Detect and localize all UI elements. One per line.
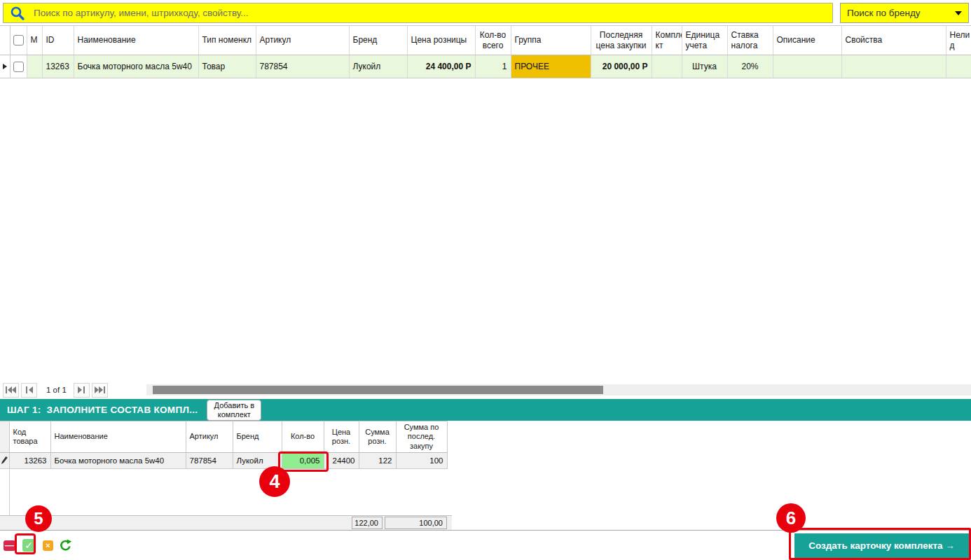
cell-retail-price[interactable]: 24 400,00 Р	[407, 55, 475, 78]
col-header-qty-total[interactable]: Кол-во всего	[475, 26, 511, 55]
minus-icon[interactable]: —	[4, 540, 15, 551]
kit-col-header-retail-sum[interactable]: Сумма розн.	[359, 421, 396, 453]
row-indicator-cell	[0, 55, 10, 78]
cell-article[interactable]: 787854	[256, 55, 349, 78]
pager-bar: 1 of 1	[0, 381, 971, 399]
horizontal-scrollbar-thumb[interactable]	[153, 386, 603, 394]
kit-cell-name[interactable]: Бочка моторного масла 5w40	[50, 453, 186, 469]
pager-next-button[interactable]	[74, 383, 90, 398]
check-icon[interactable]: ✓	[22, 538, 36, 552]
next-page-icon	[78, 386, 85, 393]
col-header-m[interactable]: М	[27, 26, 42, 55]
kit-col-header-last-purchase-sum[interactable]: Сумма по послед. закупу	[396, 421, 447, 453]
pager-first-button[interactable]	[3, 383, 19, 398]
kit-row[interactable]: 13263 Бочка моторного масла 5w40 787854 …	[0, 453, 447, 469]
triangle-right-icon	[3, 64, 7, 69]
row-select-cell	[10, 55, 27, 78]
select-all-checkbox[interactable]	[13, 35, 24, 46]
search-box	[3, 3, 833, 23]
pager-last-button[interactable]	[92, 383, 108, 398]
kit-cell-retail-sum[interactable]: 122	[359, 453, 396, 469]
col-header-properties[interactable]: Свойства	[841, 26, 946, 55]
cell-kit[interactable]	[652, 55, 682, 78]
kit-col-header-code[interactable]: Код товара	[9, 421, 50, 453]
kit-table-empty-area	[9, 469, 447, 515]
col-header-kit[interactable]: Компле кт	[652, 26, 682, 55]
pager-label: 1 of 1	[46, 386, 67, 394]
kit-col-header-brand[interactable]: Бренд	[233, 421, 282, 453]
kit-header-indicator-cell	[0, 421, 9, 453]
search-input[interactable]	[25, 4, 832, 22]
cell-illiquid[interactable]	[946, 55, 971, 78]
products-table: М ID Наименование Тип номенкл Артикул Бр…	[0, 25, 971, 78]
kit-cell-retail-price[interactable]: 24400	[324, 453, 359, 469]
kit-table: Код товара Наименование Артикул Бренд Ко…	[0, 421, 448, 469]
kit-col-header-article[interactable]: Артикул	[186, 421, 233, 453]
header-indicator-cell	[0, 26, 10, 55]
col-header-illiquid[interactable]: Нели д	[946, 26, 971, 55]
col-header-type[interactable]: Тип номенкл	[198, 26, 256, 55]
kit-summary-row: 122,00 100,00	[0, 515, 452, 530]
kit-col-header-name[interactable]: Наименование	[50, 421, 186, 453]
footer-toolbar: — ✓ × Создать карточку комплекта →	[0, 530, 971, 560]
kit-summary-retail-sum: 122,00	[352, 517, 383, 529]
step1-title: ШАГ 1: ЗАПОЛНИТЕ СОСТАВ КОМПЛ...	[7, 405, 198, 415]
kit-header-row: Код товара Наименование Артикул Бренд Ко…	[0, 421, 447, 453]
col-header-last-purchase-price[interactable]: Последняя цена закупки	[591, 26, 652, 55]
kit-cell-last-purchase-sum[interactable]: 100	[396, 453, 447, 469]
kit-summary-last-purchase-sum: 100,00	[385, 517, 447, 529]
select-all-cell	[10, 26, 27, 55]
pager-prev-button[interactable]	[21, 383, 37, 398]
close-icon[interactable]: ×	[43, 540, 53, 551]
kit-cell-brand[interactable]: Лукойл	[233, 453, 282, 469]
kit-row-edit-cell	[0, 453, 9, 469]
pencil-icon	[1, 456, 8, 465]
cell-group[interactable]: ПРОЧЕЕ	[511, 55, 591, 78]
prev-page-icon	[26, 386, 33, 393]
brand-filter-label: Поиск по бренду	[847, 8, 955, 18]
add-to-kit-button[interactable]: Добавить в комплект	[207, 400, 261, 421]
last-page-icon	[95, 386, 105, 393]
search-row: Поиск по бренду	[0, 0, 971, 25]
cell-qty-total[interactable]: 1	[475, 55, 511, 78]
col-header-retail-price[interactable]: Цена розницы	[407, 26, 475, 55]
col-header-brand[interactable]: Бренд	[349, 26, 407, 55]
chevron-down-icon	[955, 11, 962, 15]
search-icon	[10, 6, 25, 21]
kit-cell-qty[interactable]: 0,005	[282, 453, 324, 469]
products-table-empty-area	[0, 78, 971, 381]
cell-type[interactable]: Товар	[198, 55, 256, 78]
col-header-article[interactable]: Артикул	[256, 26, 349, 55]
create-kit-card-button[interactable]: Создать карточку комплекта →	[794, 533, 969, 558]
cell-m[interactable]	[27, 55, 42, 78]
row-checkbox[interactable]	[13, 62, 24, 72]
col-header-group[interactable]: Группа	[511, 26, 591, 55]
cell-name[interactable]: Бочка моторного масла 5w40	[74, 55, 198, 78]
col-header-name[interactable]: Наименование	[74, 26, 198, 55]
brand-filter-dropdown[interactable]: Поиск по бренду	[840, 3, 969, 23]
col-header-tax-rate[interactable]: Ставка налога	[727, 26, 773, 55]
products-header-row: М ID Наименование Тип номенкл Артикул Бр…	[0, 26, 971, 55]
cell-properties[interactable]	[841, 55, 946, 78]
refresh-icon[interactable]	[59, 539, 72, 552]
col-header-unit[interactable]: Единица учета	[682, 26, 727, 55]
horizontal-scrollbar[interactable]	[146, 384, 971, 396]
kit-panel: Код товара Наименование Артикул Бренд Ко…	[0, 421, 971, 530]
cell-brand[interactable]: Лукойл	[349, 55, 407, 78]
col-header-id[interactable]: ID	[42, 26, 74, 55]
cell-tax-rate[interactable]: 20%	[727, 55, 773, 78]
cell-unit[interactable]: Штука	[682, 55, 727, 78]
col-header-description[interactable]: Описание	[773, 26, 841, 55]
cell-description[interactable]	[773, 55, 841, 78]
cell-last-purchase-price[interactable]: 20 000,00 Р	[591, 55, 652, 78]
kit-col-header-retail-price[interactable]: Цена розн.	[324, 421, 359, 453]
kit-cell-article[interactable]: 787854	[186, 453, 233, 469]
kit-col-header-qty[interactable]: Кол-во	[282, 421, 324, 453]
cell-id[interactable]: 13263	[42, 55, 74, 78]
first-page-icon	[6, 386, 16, 393]
app-window: Поиск по бренду М ID Наименование Тип но…	[0, 0, 971, 560]
kit-cell-code[interactable]: 13263	[9, 453, 50, 469]
step1-header-bar: ШАГ 1: ЗАПОЛНИТЕ СОСТАВ КОМПЛ... Добавит…	[0, 399, 971, 421]
product-row[interactable]: 13263 Бочка моторного масла 5w40 Товар 7…	[0, 55, 971, 78]
